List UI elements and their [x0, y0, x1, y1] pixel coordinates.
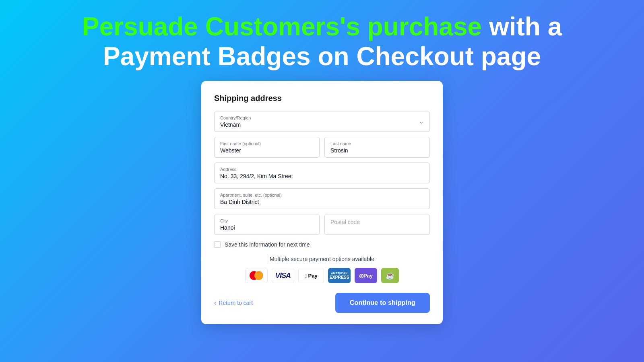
hero-title: Persuade Customers's purchase with a Pay… [82, 12, 562, 71]
last-name-value: Strosin [330, 147, 348, 154]
save-info-label: Save this information for next time [225, 241, 310, 248]
postal-field[interactable]: Postal code [324, 214, 430, 235]
country-field-group: Country/Region Vietnam ⌄ [214, 111, 430, 132]
first-name-label: First name (optional) [220, 141, 314, 146]
hero-line1-white: with a [482, 12, 562, 41]
mastercard-icon [250, 271, 263, 280]
last-name-field[interactable]: Last name Strosin [324, 137, 430, 158]
apartment-field[interactable]: Apartment, suite, etc. (optional) Ba Din… [214, 188, 430, 209]
applepay-icon:  Pay [305, 273, 318, 279]
save-info-checkbox[interactable] [214, 241, 221, 248]
name-row: First name (optional) Webster Last name … [214, 137, 430, 158]
hero-line1-green: Persuade Customers's purchase [82, 12, 482, 41]
mastercard-badge [245, 268, 268, 283]
country-field[interactable]: Country/Region Vietnam ⌄ [214, 111, 430, 132]
checkout-card: Shipping address Country/Region Vietnam … [201, 81, 443, 324]
mc-orange-circle [254, 271, 263, 280]
payment-text: Multiple secure payment options availabl… [214, 256, 430, 262]
city-field[interactable]: City Hanoi [214, 214, 320, 235]
last-name-label: Last name [330, 141, 424, 146]
continue-to-shipping-button[interactable]: Continue to shipping [335, 293, 430, 313]
apartment-value: Ba Dinh District [220, 199, 259, 205]
shipping-section-title: Shipping address [214, 94, 430, 103]
apartment-label: Apartment, suite, etc. (optional) [220, 193, 424, 197]
address-label: Address [220, 167, 424, 172]
address-field-group: Address No. 33, 294/2, Kim Ma Street [214, 162, 430, 183]
amex-icon: AMERICAN EXPRESS [330, 272, 349, 280]
address-value: No. 33, 294/2, Kim Ma Street [220, 173, 293, 179]
hero-line2: Payment Badges on Checkout page [103, 42, 541, 71]
payment-badges: VISA  Pay AMERICAN EXPRESS ◎Pay ☕ [214, 268, 430, 283]
save-info-row[interactable]: Save this information for next time [214, 241, 430, 248]
first-name-value: Webster [220, 147, 241, 154]
applepay-badge:  Pay [298, 268, 324, 283]
city-postal-row: City Hanoi Postal code [214, 214, 430, 235]
chevron-down-icon: ⌄ [419, 118, 424, 125]
payment-section: Multiple secure payment options availabl… [214, 256, 430, 283]
shopify-badge: ☕ [381, 268, 399, 283]
footer-actions: ‹ Return to cart Continue to shipping [214, 293, 430, 313]
return-to-cart-label: Return to cart [219, 300, 253, 306]
shopify-icon: ☕ [386, 271, 394, 280]
amex-badge: AMERICAN EXPRESS [328, 268, 351, 283]
city-value: Hanoi [220, 224, 235, 231]
opay-badge: ◎Pay [355, 268, 377, 283]
address-field[interactable]: Address No. 33, 294/2, Kim Ma Street [214, 162, 430, 183]
apartment-field-group: Apartment, suite, etc. (optional) Ba Din… [214, 188, 430, 209]
visa-icon: VISA [275, 272, 291, 280]
first-name-field[interactable]: First name (optional) Webster [214, 137, 320, 158]
city-label: City [220, 218, 314, 223]
visa-badge: VISA [272, 268, 294, 283]
opay-icon: ◎Pay [359, 273, 373, 279]
country-label: Country/Region [220, 115, 424, 120]
postal-placeholder: Postal code [330, 219, 360, 225]
country-value: Vietnam [220, 121, 241, 128]
return-to-cart-button[interactable]: ‹ Return to cart [214, 299, 253, 306]
chevron-left-icon: ‹ [214, 299, 216, 306]
